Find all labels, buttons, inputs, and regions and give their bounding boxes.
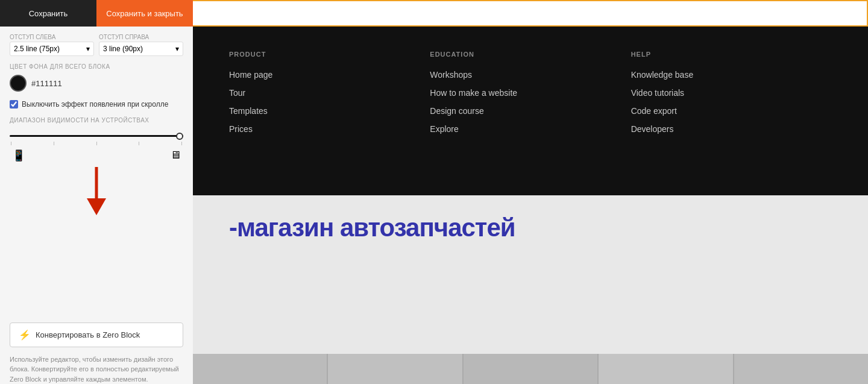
convert-description: Используйте редактор, чтобы изменить диз… [0, 354, 193, 385]
footer-help-title: HELP [631, 51, 832, 58]
tick-1 [11, 142, 11, 145]
tick-4 [139, 142, 139, 145]
thumbnails-row [193, 354, 868, 384]
color-hex: #111111 [31, 79, 62, 88]
offset-left-label: ОТСТУП СЛЕВА [10, 34, 94, 40]
visibility-slider[interactable] [10, 135, 183, 137]
arrow-indicator [10, 167, 183, 215]
footer-education-link-2[interactable]: Design course [430, 106, 631, 116]
offset-row: ОТСТУП СЛЕВА 2.5 line (75px) ▾ ОТСТУП СП… [10, 34, 183, 56]
bottom-title: -магазин автозапчастей [229, 213, 515, 242]
main-area: PRODUCT Home page Tour Templates Prices … [193, 0, 868, 384]
top-bar [193, 0, 868, 27]
convert-button[interactable]: ⚡ Конвертировать в Zero Block [10, 323, 183, 347]
bg-color-label: ЦВЕТ ФОНА ДЛЯ ВСЕГО БЛОКА [10, 63, 183, 70]
mobile-icon: 📱 [12, 149, 25, 162]
offset-right-select[interactable]: 3 line (90px) ▾ [99, 42, 183, 56]
footer-help-link-0[interactable]: Knowledge base [631, 70, 832, 80]
scroll-effect-checkbox[interactable] [10, 100, 18, 109]
footer-education-link-3[interactable]: Explore [430, 124, 631, 134]
footer-education-link-0[interactable]: Workshops [430, 70, 631, 80]
thumb-3 [464, 354, 599, 384]
bottom-section: -магазин автозапчастей [193, 195, 868, 354]
svg-marker-1 [87, 198, 106, 215]
red-arrow-svg [84, 167, 108, 215]
panel-content: ОТСТУП СЛЕВА 2.5 line (75px) ▾ ОТСТУП СП… [0, 27, 193, 323]
tick-3 [96, 142, 97, 145]
footer-product-link-3[interactable]: Prices [229, 124, 430, 134]
zeroblock-icon: ⚡ [19, 329, 31, 341]
save-button[interactable]: Сохранить [0, 0, 96, 27]
color-swatch[interactable] [10, 75, 27, 92]
offset-left-value: 2.5 line (75px) [14, 45, 60, 53]
footer-product-col: PRODUCT Home page Tour Templates Prices [229, 51, 430, 171]
scroll-effect-label: Выключить эффект появления при скролле [22, 100, 168, 109]
offset-right-value: 3 line (90px) [103, 45, 143, 53]
offset-left-select[interactable]: 2.5 line (75px) ▾ [10, 42, 94, 56]
offset-right-field: ОТСТУП СПРАВА 3 line (90px) ▾ [99, 34, 183, 56]
footer-help-link-2[interactable]: Code export [631, 106, 832, 116]
footer-product-title: PRODUCT [229, 51, 430, 58]
footer-education-title: EDUCATION [430, 51, 631, 58]
save-close-button[interactable]: Сохранить и закрыть [96, 0, 193, 27]
footer-help-link-3[interactable]: Developers [631, 124, 832, 134]
thumb-4 [599, 354, 734, 384]
chevron-down-icon-2: ▾ [175, 45, 179, 53]
color-row: #111111 [10, 75, 183, 92]
thumb-1 [193, 354, 328, 384]
footer-help-col: HELP Knowledge base Video tutorials Code… [631, 51, 832, 171]
footer-education-col: EDUCATION Workshops How to make a websit… [430, 51, 631, 171]
slider-ticks [10, 142, 183, 145]
visibility-slider-container: 📱 🖥 [10, 128, 183, 162]
tick-2 [54, 142, 54, 145]
thumb-5 [734, 354, 868, 384]
footer-product-link-1[interactable]: Tour [229, 88, 430, 98]
chevron-down-icon: ▾ [86, 45, 90, 53]
footer-education-link-1[interactable]: How to make a website [430, 88, 631, 98]
offset-right-label: ОТСТУП СПРАВА [99, 34, 183, 40]
footer-product-link-0[interactable]: Home page [229, 70, 430, 80]
tick-5 [181, 142, 182, 145]
footer-section: PRODUCT Home page Tour Templates Prices … [193, 27, 868, 195]
convert-btn-label: Конвертировать в Zero Block [36, 330, 140, 339]
footer-product-link-2[interactable]: Templates [229, 106, 430, 116]
offset-left-field: ОТСТУП СЛЕВА 2.5 line (75px) ▾ [10, 34, 94, 56]
footer-help-link-1[interactable]: Video tutorials [631, 88, 832, 98]
scroll-effect-row: Выключить эффект появления при скролле [10, 100, 183, 109]
desktop-icon: 🖥 [170, 149, 181, 162]
visibility-label: ДИАПАЗОН ВИДИМОСТИ НА УСТРОЙСТВАХ [10, 117, 183, 124]
left-panel: Сохранить Сохранить и закрыть ОТСТУП СЛЕ… [0, 0, 193, 384]
top-buttons: Сохранить Сохранить и закрыть [0, 0, 193, 27]
device-icons: 📱 🖥 [10, 149, 183, 162]
thumb-2 [328, 354, 463, 384]
